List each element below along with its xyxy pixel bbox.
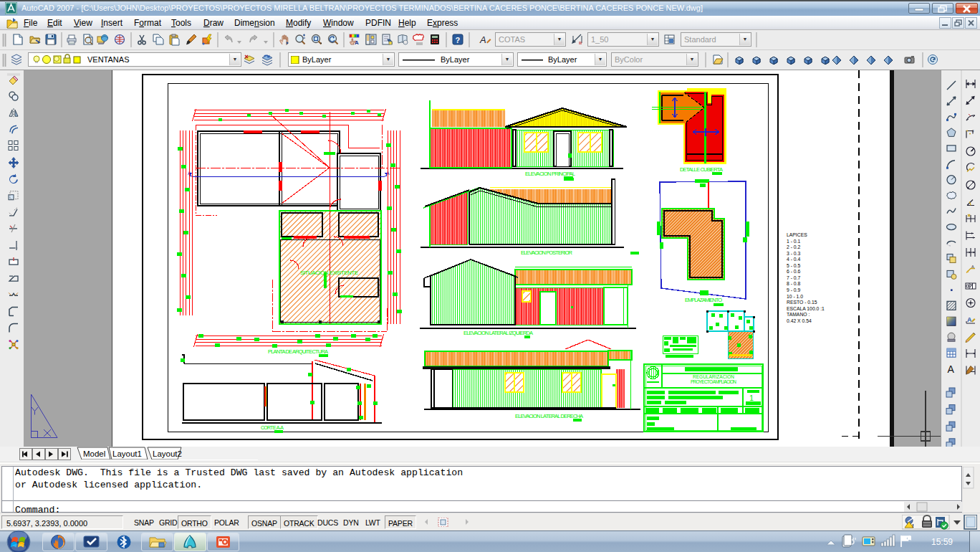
svg-text:RESTO - 0.15: RESTO - 0.15	[787, 300, 817, 305]
svg-text:Layout1: Layout1	[112, 449, 142, 458]
svg-text:?: ?	[456, 36, 461, 44]
svg-text:3 - 0.3: 3 - 0.3	[787, 251, 800, 256]
svg-text:1 - 0.1: 1 - 0.1	[787, 239, 800, 244]
svg-text:5 - 0.5: 5 - 0.5	[787, 263, 800, 268]
svg-text:DETALLE CUBIERTA: DETALLE CUBIERTA	[680, 166, 723, 173]
svg-text:10 - 1.0: 10 - 1.0	[787, 294, 803, 299]
svg-text:ELEVACION LATERAL DERECHA: ELEVACION LATERAL DERECHA	[515, 413, 583, 419]
svg-text:9 - 0.9: 9 - 0.9	[787, 287, 800, 292]
svg-text:6 - 0.6: 6 - 0.6	[787, 269, 800, 274]
svg-text:CORTE A-A: CORTE A-A	[261, 425, 284, 430]
svg-text:0.42 X 0.54: 0.42 X 0.54	[787, 318, 812, 323]
svg-text:PROYECTO AMPLIACION: PROYECTO AMPLIACION	[691, 379, 736, 384]
svg-text:PLANTA DE ARQUITECTURA: PLANTA DE ARQUITECTURA	[268, 348, 328, 355]
svg-text:A: A	[479, 34, 486, 45]
svg-text:ELEVACION PRINCIPAL: ELEVACION PRINCIPAL	[525, 171, 575, 177]
svg-text:A: A	[948, 363, 955, 375]
svg-text:4 - 0.4: 4 - 0.4	[787, 257, 800, 262]
svg-text:TAMANO :: TAMANO :	[787, 312, 810, 317]
svg-text:ELEVACION POSTERIOR: ELEVACION POSTERIOR	[521, 249, 573, 256]
svg-text:A: A	[971, 265, 974, 269]
svg-text:2 - 0.2: 2 - 0.2	[787, 244, 800, 249]
svg-text:7 - 0.7: 7 - 0.7	[787, 275, 800, 280]
svg-text:ELEVACION LATERAL IZQUIERDA: ELEVACION LATERAL IZQUIERDA	[463, 330, 533, 336]
svg-text:A: A	[355, 39, 359, 46]
svg-text:LAPICES: LAPICES	[787, 232, 807, 237]
svg-text:!: !	[912, 523, 913, 528]
svg-text:ESCALA 100.0 :1: ESCALA 100.0 :1	[787, 306, 825, 311]
svg-text:EMPLAZAMIENTO: EMPLAZAMIENTO	[685, 297, 722, 303]
svg-text:A: A	[967, 316, 972, 323]
svg-text:REGULARIZACION: REGULARIZACION	[693, 374, 734, 379]
svg-text:Layout2: Layout2	[153, 449, 182, 458]
svg-text:SITUACION EXISTENTE: SITUACION EXISTENTE	[300, 270, 358, 276]
svg-text:Model: Model	[83, 449, 105, 458]
svg-text:8 - 0.8: 8 - 0.8	[787, 281, 800, 286]
svg-text:1: 1	[749, 394, 754, 402]
